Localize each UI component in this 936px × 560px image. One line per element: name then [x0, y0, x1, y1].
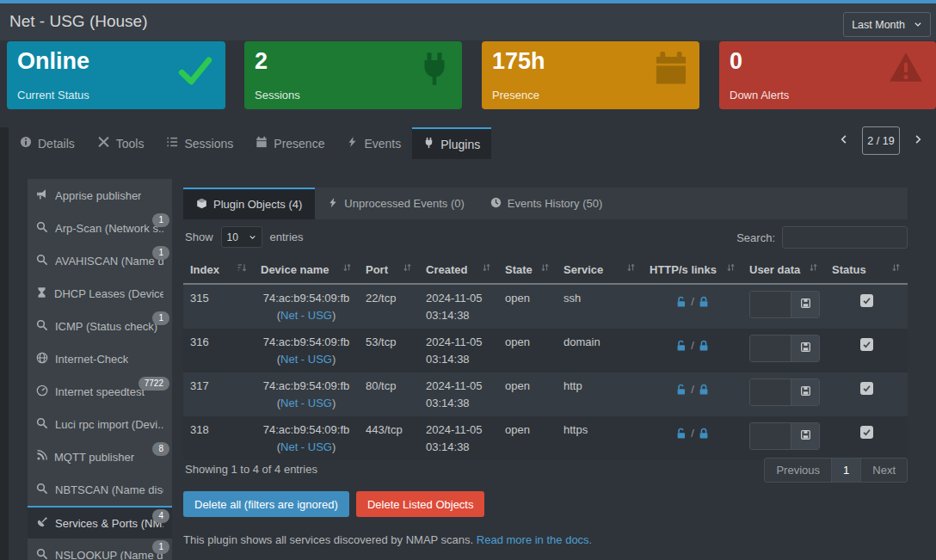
tab-plugin-objects[interactable]: Plugin Objects (4)	[183, 188, 315, 219]
lock-open-icon[interactable]	[675, 384, 687, 396]
status-checkbox[interactable]	[860, 426, 873, 439]
lock-open-icon[interactable]	[675, 296, 687, 308]
save-button[interactable]	[791, 379, 819, 405]
column-header-index[interactable]: Index	[183, 257, 254, 284]
sort-icon	[540, 262, 550, 276]
sidebar-item-services-and-ports[interactable]: Services & Ports (NM... 4	[28, 506, 172, 538]
sidebar-item-avahiscan[interactable]: AVAHISCAN (Name di... 1	[28, 244, 172, 277]
sidebar-item-icmp[interactable]: ICMP (Status check) 1	[28, 310, 172, 342]
pager-previous-button[interactable]	[833, 129, 855, 153]
user-data-input[interactable]	[750, 292, 791, 317]
column-header-created[interactable]: Created	[419, 257, 498, 284]
sidebar-item-luci-rpc-import[interactable]: Luci rpc import (Devi...	[28, 408, 172, 440]
sidebar-item-nslookup[interactable]: NSLOOKUP (Name di... 1	[28, 538, 172, 560]
show-label: Show	[185, 231, 213, 243]
tab-unprocessed-events-label: Unprocessed Events (0)	[344, 197, 464, 210]
calendar-icon	[256, 136, 268, 151]
cell-index: 315	[183, 284, 254, 329]
device-link[interactable]: Net - USG	[280, 440, 332, 453]
tab-events[interactable]: Events	[336, 127, 412, 159]
sidebar-item-nbtscan[interactable]: NBTSCAN (Name disc...	[28, 473, 172, 506]
user-data-input[interactable]	[750, 379, 791, 405]
pager-next-button[interactable]	[907, 129, 929, 153]
lock-open-icon[interactable]	[675, 340, 687, 352]
search-control: Search:	[736, 226, 908, 249]
status-checkbox[interactable]	[860, 294, 873, 307]
cell-created: 2024-11-0503:14:38	[419, 372, 498, 416]
tab-unprocessed-events[interactable]: Unprocessed Events (0)	[315, 188, 477, 219]
lock-icon[interactable]	[698, 296, 710, 308]
tab-sessions[interactable]: Sessions	[155, 127, 244, 159]
down-alerts-card: 0 Down Alerts	[719, 41, 936, 109]
sidebar-item-mqtt-publisher[interactable]: MQTT publisher 8	[28, 440, 172, 473]
column-header-port[interactable]: Port	[359, 257, 419, 284]
column-header-service[interactable]: Service	[557, 257, 643, 284]
save-button[interactable]	[791, 423, 819, 449]
cell-port: 443/tcp	[359, 416, 419, 460]
sort-icon	[726, 262, 736, 276]
column-label: Status	[832, 263, 866, 276]
cell-created: 2024-11-0503:14:38	[419, 416, 498, 460]
sidebar-item-arp-scan[interactable]: Arp-Scan (Network s... 1	[28, 212, 172, 244]
save-button[interactable]	[791, 335, 819, 361]
sort-icon	[342, 262, 352, 276]
delete-all-button[interactable]: Delete all (filters are ignored)	[183, 491, 349, 517]
table-header-row: Index Device name Port Created State Ser…	[183, 257, 908, 284]
column-label: User data	[749, 263, 800, 276]
megaphone-icon	[36, 188, 48, 203]
slash: /	[691, 425, 694, 442]
tab-plugins[interactable]: Plugins	[412, 127, 491, 159]
globe-icon	[36, 352, 48, 366]
lock-icon[interactable]	[698, 340, 710, 352]
search-icon	[36, 221, 48, 236]
search-icon	[36, 483, 48, 497]
lock-open-icon[interactable]	[675, 428, 687, 440]
tab-presence[interactable]: Presence	[244, 127, 336, 159]
period-select[interactable]: Last Month	[843, 12, 931, 37]
pager-position[interactable]: 2 / 19	[862, 126, 900, 155]
sidebar-item-internet-speedtest[interactable]: Internet speedtest 7722	[28, 375, 172, 408]
sidebar-item-label: NBTSCAN (Name disc...	[55, 483, 163, 496]
save-button[interactable]	[791, 292, 819, 317]
page-left-margin	[0, 127, 9, 560]
table-row: 318 74:ac:b9:54:09:fb (Net - USG) 443/tc…	[183, 416, 908, 460]
user-data-input[interactable]	[750, 335, 791, 361]
cell-http-links: /	[643, 372, 742, 416]
table-row: 317 74:ac:b9:54:09:fb (Net - USG) 80/tcp…	[183, 372, 908, 416]
created-date: 2024-11-05	[426, 422, 491, 439]
floppy-icon	[800, 385, 811, 399]
docs-link[interactable]: Read more in the docs.	[477, 533, 592, 546]
cell-device-name: 74:ac:b9:54:09:fb (Net - USG)	[254, 284, 359, 329]
sidebar-item-label: MQTT publisher	[54, 451, 134, 464]
paren: )	[332, 397, 336, 409]
device-link[interactable]: Net - USG	[280, 353, 332, 366]
column-header-status[interactable]: Status	[825, 257, 908, 284]
column-header-state[interactable]: State	[498, 257, 557, 284]
status-checkbox[interactable]	[860, 338, 873, 351]
bolt-icon	[328, 197, 338, 211]
status-checkbox[interactable]	[860, 382, 873, 395]
pagination-next-button[interactable]: Next	[861, 458, 907, 482]
pagination-page-1-button[interactable]: 1	[831, 458, 861, 482]
column-header-device-name[interactable]: Device name	[254, 257, 359, 284]
device-link[interactable]: Net - USG	[280, 309, 332, 322]
search-input[interactable]	[782, 226, 908, 249]
tab-details[interactable]: Details	[9, 127, 86, 159]
sidebar-item-internet-check[interactable]: Internet-Check	[28, 342, 172, 375]
user-data-input[interactable]	[750, 423, 791, 449]
device-link[interactable]: Net - USG	[280, 397, 332, 409]
page-size-select[interactable]: 10	[221, 226, 262, 248]
pagination-previous-button[interactable]: Previous	[765, 458, 831, 482]
sidebar-item-dhcp-leases[interactable]: DHCP Leases (Device ...	[28, 277, 172, 310]
tab-events-history[interactable]: Events History (50)	[477, 188, 616, 219]
column-header-user-data[interactable]: User data	[742, 257, 825, 284]
tab-events-label: Events	[364, 137, 401, 151]
sort-icon	[626, 262, 636, 276]
page-header: Net - USG (House) Last Month	[0, 3, 936, 40]
lock-icon[interactable]	[698, 384, 710, 396]
sidebar-item-apprise-publisher[interactable]: Apprise publisher	[28, 179, 172, 212]
delete-listed-button[interactable]: Delete Listed Objects	[356, 491, 485, 517]
column-header-http-links[interactable]: HTTP/s links	[643, 257, 742, 284]
lock-icon[interactable]	[698, 428, 710, 440]
tab-tools[interactable]: Tools	[86, 127, 156, 159]
